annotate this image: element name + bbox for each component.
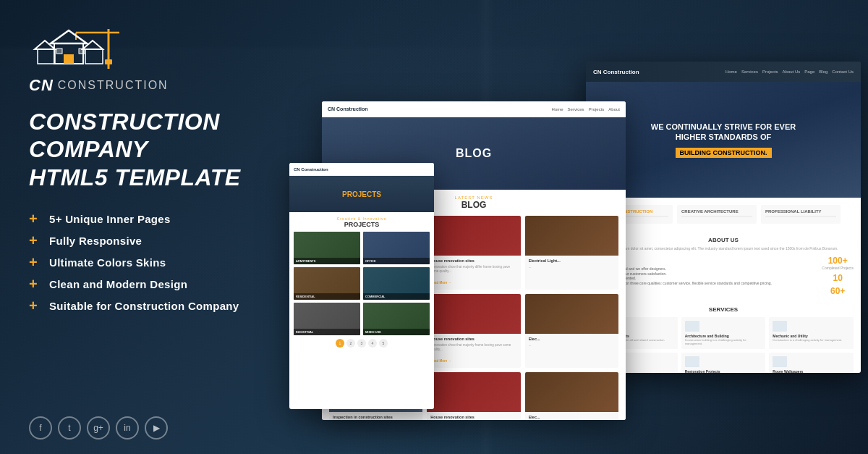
back-stat-60: 60+ [822,286,854,296]
back-service-architecture: Creative Architecture [677,205,757,224]
feature-text-1: 5+ Unique Inner Pages [49,213,171,225]
front-section-title: Projects [294,221,430,228]
back-nav: CN Construction Home Services Projects A… [586,62,861,82]
front-project-name-3: RESIDENTIAL [296,295,358,298]
mid-logo: CN Construction [328,106,368,112]
back-svc-room-name: Room Wallpapers [773,369,850,373]
back-hero-tagline: WE CONTINUALLY STRIVE FOR EVERHIGHER STA… [651,122,796,143]
social-bar: f t g+ in ▶ [29,416,168,440]
back-logo: CN Construction [593,69,639,75]
mid-blog-img-8 [427,372,520,412]
back-about-bullets: → We're professional and we offer design… [593,266,816,285]
back-about-title: About Us [593,237,854,243]
back-svc-arch-desc: Construction building is a challenging a… [685,338,762,345]
feature-plus-2: + [29,233,41,248]
front-project-overlay-3: RESIDENTIAL [294,293,360,300]
front-page-5[interactable]: 5 [379,339,388,348]
front-page-2[interactable]: 2 [346,339,355,348]
mid-nav-links: Home Services Projects About [552,107,620,112]
front-hero-highlight: PROJECTS [342,190,381,198]
front-section-header: Creative & Innovative Projects [294,217,430,228]
feature-item-1: + 5+ Unique Inner Pages [29,211,260,226]
twitter-icon[interactable]: t [58,416,81,440]
logo-area: CN Construction [29,22,260,95]
mid-blog-card-5: House renovation sites Renovation show t… [427,294,520,368]
mid-blog-card-6: Elec... ... [525,294,618,368]
mid-blog-title-2: House renovation sites [430,258,516,264]
mid-blog-text-5: Renovation show that majority frame boxi… [430,343,516,352]
svg-rect-12 [64,54,74,64]
front-projects-grid: APARTMENTS OFFICE RESIDENT [294,232,430,335]
back-nav-projects: Projects [762,70,778,74]
back-service-arch-line [681,216,752,217]
mid-blog-title-7: Inspection in construction sites [333,415,419,420]
mid-blog-card-2: House renovation sites Renovation show t… [427,216,520,290]
back-nav-blog: Blog [819,70,827,74]
feature-item-5: + Suitable for Construction Company [29,298,260,313]
back-about-text: Lorem ipsum dolor sit amet, consectetur … [593,246,854,251]
front-project-name-2: OFFICE [365,259,427,263]
back-stat-completed-label: Completed Projects [822,266,854,270]
logo-text: CN Construction [29,76,260,95]
front-project-name-1: APARTMENTS [296,259,358,263]
mid-blog-title-6: Elec... [529,337,615,342]
feature-text-4: Clean and Modern Design [49,278,187,290]
front-project-overlay-4: COMMERCIAL [363,293,430,300]
front-logo: CN Construction [294,167,328,172]
front-project-overlay-6: MIXED USE [363,329,430,335]
back-stats: → We're professional and we offer design… [593,256,854,296]
front-page-4[interactable]: 4 [368,339,377,348]
feature-item-2: + Fully Responsive [29,233,260,248]
svg-rect-14 [79,49,85,54]
mid-blog-content-9: Elec... ... [525,412,618,420]
front-project-5: INDUSTRIAL [294,303,360,335]
feature-plus-5: + [29,298,41,313]
front-project-3: RESIDENTIAL [294,267,360,300]
google-plus-icon[interactable]: g+ [87,416,110,440]
mid-nav-about: About [608,107,620,112]
back-service-liability: Professional Liability [761,205,841,224]
back-svc-arch-icon [685,321,699,332]
feature-plus-3: + [29,255,41,269]
facebook-icon[interactable]: f [29,416,52,440]
back-service-cards: Quality Construction Creative Architectu… [586,198,861,231]
back-nav-page: Page [804,70,814,74]
back-stat-completed: 100+ Completed Projects [822,256,854,270]
headline-line2: HTML5 Template [29,164,260,191]
logo-icon [29,22,130,76]
back-svc-restore: Restoration Projects Restoring construct… [681,353,766,373]
mid-blog-title-3: Electrical Light... [529,258,615,264]
screenshot-front: CN Construction PROJECTS Creative & Inno… [289,163,434,409]
front-project-6: MIXED USE [363,303,430,335]
feature-text-5: Suitable for Construction Company [49,300,239,312]
feature-text-2: Fully Responsive [49,235,142,247]
front-page-3[interactable]: 3 [357,339,366,348]
feature-item-3: + Ultimate Colors Skins [29,255,260,269]
front-project-1: APARTMENTS [294,232,360,264]
front-project-name-4: COMMERCIAL [365,295,427,298]
front-project-overlay-1: APARTMENTS [294,258,360,264]
youtube-icon[interactable]: ▶ [145,416,168,440]
front-pagination: 1 2 3 4 5 [294,335,430,351]
back-hero-text: WE CONTINUALLY STRIVE FOR EVERHIGHER STA… [651,122,796,159]
mid-nav-projects: Projects [589,107,605,112]
back-services-section: Services Plans and Projects Construction… [586,302,861,373]
feature-list: + 5+ Unique Inner Pages + Fully Responsi… [29,211,260,313]
back-hero: WE CONTINUALLY STRIVE FOR EVERHIGHER STA… [586,82,861,198]
front-project-4: COMMERCIAL [363,267,430,300]
front-page-1[interactable]: 1 [336,339,344,348]
svg-rect-13 [56,49,62,54]
back-svc-room: Room Wallpapers Construction facility a … [769,353,854,373]
mid-blog-img-2 [427,216,520,256]
back-svc-mech: Mechanic and Utility Construction is a c… [769,317,854,349]
mid-blog-text-2: Renovation show that majority differ fra… [430,265,516,274]
linkedin-icon[interactable]: in [116,416,139,440]
mid-nav-services: Services [568,107,584,112]
svg-rect-9 [38,49,55,64]
mid-blog-card-3: Electrical Light... ... [525,216,618,290]
back-stats-numbers: 100+ Completed Projects 10 60+ [822,256,854,296]
front-project-overlay-5: INDUSTRIAL [294,329,360,335]
back-svc-arch: Architecture and Building Construction b… [681,317,766,349]
back-svc-room-icon [773,356,787,367]
back-stat-10: 10 [822,273,854,283]
